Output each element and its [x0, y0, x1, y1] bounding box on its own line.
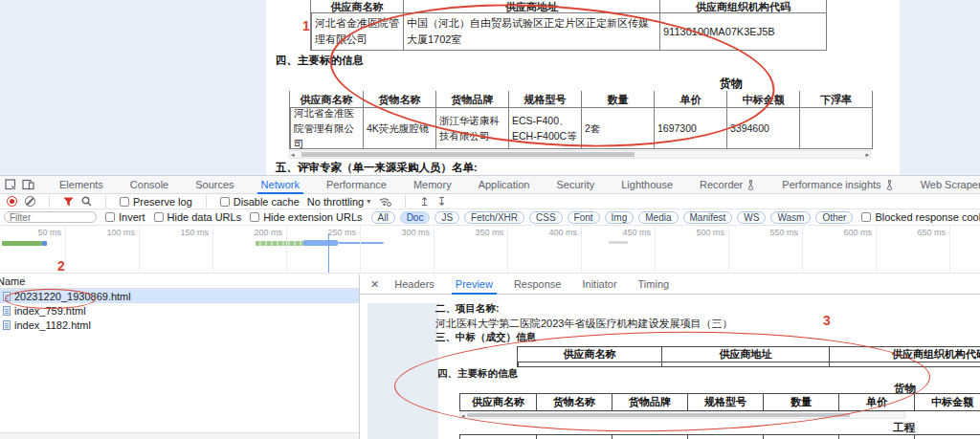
- export-har-icon[interactable]: ↧: [436, 197, 446, 207]
- checkbox[interactable]: [220, 197, 230, 207]
- checkbox[interactable]: [250, 212, 259, 222]
- inspect-element-icon[interactable]: [5, 179, 17, 191]
- divider: [206, 195, 207, 208]
- detail-tab-preview[interactable]: Preview: [452, 274, 497, 295]
- tab-elements[interactable]: Elements: [56, 176, 107, 194]
- filter-pill-manifest[interactable]: Manifest: [683, 211, 733, 224]
- timeline-gridline: [212, 226, 213, 274]
- timeline-gridline: [139, 226, 140, 274]
- tab-security[interactable]: Security: [552, 176, 598, 194]
- tab-recorder-label: Recorder: [700, 179, 743, 190]
- blocked-cookies-checkbox[interactable]: Blocked response cookies: [861, 211, 980, 223]
- preserve-log-label: Preserve log: [133, 196, 192, 208]
- tab-recorder[interactable]: Recorder: [696, 176, 759, 194]
- close-icon[interactable]: ✕: [366, 278, 384, 291]
- filter-pill-js[interactable]: JS: [434, 211, 459, 224]
- search-icon[interactable]: [81, 196, 92, 207]
- request-row[interactable]: index_759.html: [0, 303, 359, 318]
- preserve-log-checkbox[interactable]: Preserve log: [120, 196, 192, 208]
- preview-horizontal-scrollbar[interactable]: ◂: [459, 411, 905, 419]
- filter-icon[interactable]: [63, 197, 74, 207]
- tab-web-scraper[interactable]: Web Scraper: [917, 176, 980, 194]
- table-header-cell: 货物名称: [536, 394, 612, 410]
- hide-extension-urls-checkbox[interactable]: Hide extension URLs: [250, 211, 362, 223]
- request-type-filters: All Doc JS Fetch/XHR CSS Font Img Media …: [371, 211, 854, 224]
- filter-pill-doc[interactable]: Doc: [400, 211, 431, 224]
- detail-tab-response[interactable]: Response: [510, 274, 566, 295]
- tab-console[interactable]: Console: [126, 176, 172, 194]
- filter-pill-wasm[interactable]: Wasm: [770, 211, 811, 224]
- timeline-gridline: [581, 226, 582, 274]
- timeline-gridline: [802, 226, 803, 274]
- annotation-number-1: 1: [302, 18, 310, 33]
- screenshot-root: 供应商名称 供应商地址 供应商组织机构代码 河北省金准医院管理有限公司 中国（河…: [0, 0, 980, 439]
- timeline-tick-label: 400 ms: [523, 228, 577, 237]
- checkbox[interactable]: [154, 212, 164, 222]
- bid-model-cell: ECS-F400、ECH-F400C等: [508, 107, 581, 148]
- supplier-code-cell: 91130100MA07K3EJ5B: [659, 12, 826, 50]
- table-horizontal-scrollbar[interactable]: ◂ ▸: [289, 150, 871, 159]
- tab-performance[interactable]: Performance: [323, 176, 390, 194]
- disable-cache-checkbox[interactable]: Disable cache: [220, 196, 300, 208]
- detail-tab-initiator[interactable]: Initiator: [578, 274, 620, 295]
- blocked-cookies-label: Blocked response cookies: [875, 211, 980, 223]
- table-header-cell: 货物名称: [363, 91, 435, 107]
- tab-performance-insights[interactable]: Performance insights: [778, 176, 897, 194]
- request-row[interactable]: index_1182.html: [0, 318, 359, 332]
- detail-tab-headers[interactable]: Headers: [390, 274, 438, 295]
- timeline-gridline: [655, 226, 656, 274]
- timeline-tick-label: 300 ms: [376, 228, 430, 237]
- filter-pill-fetch-xhr[interactable]: Fetch/XHR: [464, 211, 524, 224]
- checkbox[interactable]: [120, 197, 129, 207]
- tab-memory[interactable]: Memory: [410, 176, 456, 194]
- timeline-gridline: [434, 226, 434, 274]
- empty-cell: [661, 362, 829, 366]
- record-network-log-button[interactable]: [7, 196, 17, 207]
- tab-sources[interactable]: Sources: [191, 176, 237, 194]
- table-header-cell: 中标金额: [726, 91, 799, 107]
- waterfall-bar-blue: [303, 240, 338, 246]
- empty-cell: [536, 435, 612, 439]
- table-header-cell: 货物品牌: [612, 394, 687, 410]
- invert-checkbox[interactable]: Invert: [105, 211, 145, 223]
- checkbox[interactable]: [105, 212, 115, 222]
- scroll-right-icon[interactable]: ▸: [864, 151, 870, 158]
- clear-network-log-icon[interactable]: [25, 196, 35, 207]
- timeline-gridline: [65, 226, 66, 274]
- filter-pill-ws[interactable]: WS: [737, 211, 766, 224]
- detail-tab-timing[interactable]: Timing: [635, 274, 674, 295]
- filter-pill-other[interactable]: Other: [815, 211, 853, 224]
- scrollbar-thumb[interactable]: [301, 152, 635, 157]
- pane-divider[interactable]: [359, 274, 360, 439]
- timeline-tick-label: 550 ms: [745, 228, 798, 237]
- chevron-down-icon: ▾: [367, 197, 370, 206]
- requests-name-column-header[interactable]: Name: [0, 274, 359, 289]
- timeline-tick-label: 50 ms: [8, 228, 61, 237]
- checkbox[interactable]: [861, 212, 871, 222]
- request-row-selected[interactable]: 20231220_1930869.html: [0, 289, 359, 303]
- filter-pill-img[interactable]: Img: [605, 211, 635, 224]
- filter-input[interactable]: [4, 211, 97, 223]
- preview-project-name: 河北医科大学第二医院2023年省级医疗机构建设发展项目（三）: [435, 317, 732, 331]
- table-header-cell: 单价: [838, 394, 914, 410]
- network-overview-timeline[interactable]: 50 ms100 ms150 ms200 ms250 ms300 ms350 m…: [0, 226, 980, 274]
- table-header-cell: 单价: [654, 91, 726, 107]
- filter-pill-css[interactable]: CSS: [529, 211, 563, 224]
- filter-pill-font[interactable]: Font: [568, 211, 600, 224]
- device-toolbar-icon[interactable]: [22, 179, 34, 190]
- tab-network[interactable]: Network: [257, 176, 303, 194]
- import-har-icon[interactable]: ↥: [419, 197, 429, 207]
- scrollbar-thumb[interactable]: [467, 413, 850, 417]
- network-conditions-icon[interactable]: [378, 196, 391, 207]
- supplier-name-cell: 河北省金准医院管理有限公司: [311, 12, 403, 50]
- empty-cell: [612, 435, 687, 439]
- waterfall-bar-gray: [609, 241, 628, 244]
- filter-pill-all[interactable]: All: [371, 211, 395, 224]
- filter-pill-media[interactable]: Media: [638, 211, 678, 224]
- tab-lighthouse[interactable]: Lighthouse: [617, 176, 677, 194]
- tab-application[interactable]: Application: [475, 176, 534, 194]
- timeline-tick-label: 600 ms: [818, 228, 872, 237]
- hide-data-urls-checkbox[interactable]: Hide data URLs: [154, 211, 242, 223]
- timeline-gridline: [949, 226, 950, 274]
- throttling-dropdown[interactable]: No throttling ▾: [307, 196, 370, 208]
